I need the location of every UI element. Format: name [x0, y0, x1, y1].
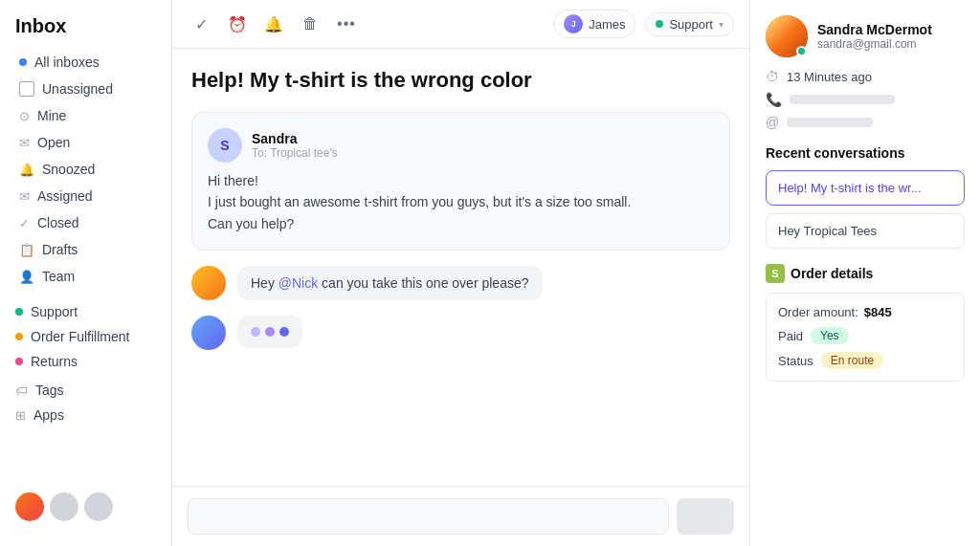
right-panel: Sandra McDermot sandra@gmail.com ⏱ 13 Mi…	[750, 0, 980, 546]
all-inboxes-dot	[19, 58, 27, 66]
typing-dot-3	[279, 327, 289, 337]
sidebar-item-tags[interactable]: 🏷 Tags	[0, 378, 171, 403]
conversation-card-2[interactable]: Hey Tropical Tees	[766, 213, 965, 249]
sidebar-item-label: Drafts	[42, 242, 78, 257]
sidebar-section-order-fulfillment[interactable]: Order Fulfillment	[15, 324, 156, 349]
reply-box	[172, 486, 749, 546]
typing-avatar	[191, 316, 226, 350]
assigned-icon: ✉	[19, 189, 30, 204]
order-amount-row: Order amount: $845	[778, 305, 952, 319]
at-icon: @	[766, 115, 779, 130]
order-card: Order amount: $845 Paid Yes Status En ro…	[766, 293, 965, 382]
sidebar-section-support[interactable]: Support	[15, 299, 156, 324]
sidebar-section-returns[interactable]: Returns	[15, 349, 156, 374]
contact-name: Sandra McDermot	[817, 22, 932, 37]
order-fulfillment-dot	[15, 333, 23, 340]
sidebar-tags-label: Tags	[35, 382, 64, 398]
conv-card-2-text: Hey Tropical Tees	[778, 224, 877, 238]
sidebar-item-label: Open	[37, 135, 70, 150]
contact-header: Sandra McDermot sandra@gmail.com	[766, 15, 965, 57]
open-icon: ✉	[19, 136, 30, 150]
reply-input[interactable]	[188, 498, 669, 535]
message-line3: Can you help?	[208, 213, 714, 234]
order-status-label: Status	[778, 354, 813, 368]
mention-nick: @Nick	[278, 275, 318, 291]
agent-message: Hey @Nick can you take this one over ple…	[191, 266, 730, 300]
sidebar-item-label: Snoozed	[42, 162, 95, 177]
conversation-title: Help! My t-shirt is the wrong color	[191, 68, 730, 93]
typing-bubble	[237, 316, 302, 348]
message-line2: I just bought an awesome t-shirt from yo…	[208, 191, 714, 212]
tags-icon: 🏷	[15, 383, 28, 398]
contact-online-dot	[796, 46, 807, 56]
email-row: @	[766, 115, 965, 130]
recent-conversations-title: Recent conversations	[766, 145, 965, 161]
phone-placeholder-bar	[790, 95, 895, 104]
clock-icon: ⏱	[766, 69, 779, 84]
email-placeholder-bar	[787, 118, 873, 127]
team-icon: 👤	[19, 270, 34, 284]
message-to: To: Tropical tee's	[252, 146, 338, 160]
agent-pill[interactable]: J James	[553, 10, 635, 38]
avatar-placeholder-1	[50, 492, 78, 521]
closed-icon: ✓	[19, 216, 30, 230]
time-ago-row: ⏱ 13 Minutes ago	[766, 69, 965, 84]
sidebar-item-assigned[interactable]: ✉ Assigned	[4, 183, 167, 209]
trash-button[interactable]: 🗑	[297, 11, 323, 37]
sidebar-item-team[interactable]: 👤 Team	[4, 263, 167, 290]
order-amount-label: Order amount:	[778, 305, 858, 319]
agent-msg-avatar	[191, 266, 226, 300]
sidebar-item-label: Team	[42, 269, 75, 284]
user-avatar[interactable]	[15, 492, 44, 521]
typing-message	[191, 316, 730, 350]
check-button[interactable]: ✓	[188, 11, 214, 37]
shopify-icon: S	[766, 264, 785, 283]
conversation-card-1[interactable]: Help! My t-shirt is the wr...	[766, 170, 965, 206]
sidebar-title: Inbox	[0, 15, 171, 49]
more-button[interactable]: •••	[333, 11, 360, 37]
message-body: Hi there! I just bought an awesome t-shi…	[208, 170, 714, 234]
sidebar-item-open[interactable]: ✉ Open	[4, 129, 167, 156]
order-amount-value: $845	[864, 305, 892, 319]
typing-dot-1	[251, 327, 260, 337]
sidebar-item-snoozed[interactable]: 🔔 Snoozed	[4, 156, 167, 183]
order-section-label: Order details	[791, 266, 873, 281]
order-header: S Order details	[766, 264, 965, 283]
support-dot	[15, 308, 23, 316]
recent-conversations-section: Recent conversations Help! My t-shirt is…	[766, 145, 965, 249]
contact-meta: ⏱ 13 Minutes ago 📞 @	[766, 69, 965, 130]
sidebar-section-label: Order Fulfillment	[31, 329, 129, 344]
sidebar-item-drafts[interactable]: 📋 Drafts	[4, 236, 167, 263]
drafts-icon: 📋	[19, 243, 34, 257]
sidebar-item-apps[interactable]: ⊞ Apps	[0, 403, 171, 427]
sidebar-item-all-inboxes[interactable]: All inboxes	[4, 49, 167, 76]
conversation-body: Help! My t-shirt is the wrong color S Sa…	[172, 49, 749, 486]
apps-icon: ⊞	[15, 408, 26, 423]
message-sender: Sandra	[252, 131, 338, 146]
sidebar-item-closed[interactable]: ✓ Closed	[4, 209, 167, 236]
sidebar-item-label: All inboxes	[34, 55, 100, 70]
alarm-button[interactable]: ⏰	[224, 11, 251, 37]
sidebar: Inbox All inboxes Unassigned ⊙ Mine ✉ Op…	[0, 0, 172, 546]
bell-button[interactable]: 🔔	[260, 11, 287, 37]
agent-avatar: J	[564, 14, 583, 33]
message-line1: Hi there!	[208, 170, 714, 191]
order-paid-label: Paid	[778, 329, 803, 343]
sidebar-item-label: Closed	[37, 215, 79, 230]
sidebar-item-label: Unassigned	[42, 81, 113, 97]
avatar-placeholder-2	[84, 492, 113, 521]
support-pill[interactable]: Support ▾	[645, 12, 734, 36]
sidebar-item-mine[interactable]: ⊙ Mine	[4, 102, 167, 129]
sidebar-item-label: Assigned	[37, 188, 93, 204]
order-status-row: Status En route	[778, 352, 952, 369]
agent-msg-bubble: Hey @Nick can you take this one over ple…	[237, 266, 543, 300]
sidebar-section-label: Returns	[31, 354, 78, 369]
mine-icon: ⊙	[19, 109, 30, 123]
send-button[interactable]	[677, 498, 734, 535]
time-ago: 13 Minutes ago	[787, 70, 872, 84]
sidebar-item-label: Mine	[37, 108, 66, 123]
unassigned-icon	[19, 81, 34, 97]
sidebar-item-unassigned[interactable]: Unassigned	[4, 76, 167, 102]
chevron-down-icon: ▾	[719, 19, 724, 30]
paid-badge: Yes	[811, 327, 849, 344]
